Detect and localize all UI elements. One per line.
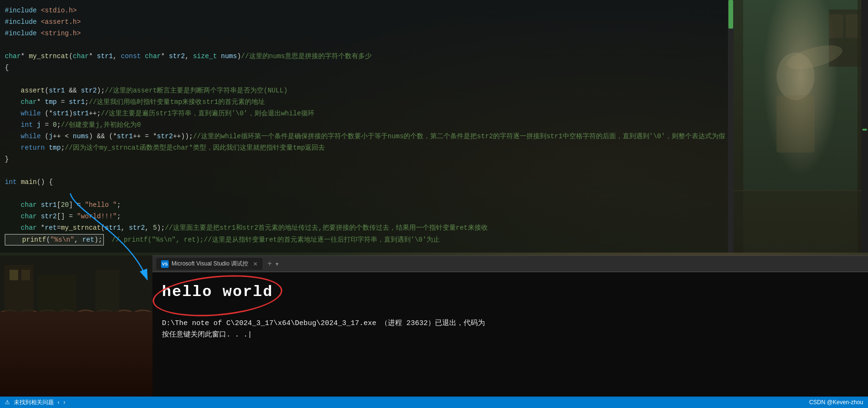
code-line-blank bbox=[0, 39, 734, 51]
error-label: 未找到相关问题 bbox=[14, 398, 54, 407]
right-panel-anime bbox=[734, 0, 868, 253]
rooftop-svg bbox=[0, 255, 152, 397]
code-line: char* my_strncat(char* str1, const char*… bbox=[0, 51, 734, 62]
code-line: { bbox=[0, 62, 734, 73]
code-line: int j = 0;//创建变量j,并初始化为0 bbox=[0, 119, 734, 131]
svg-marker-12 bbox=[0, 313, 152, 341]
nav-left-button[interactable]: ‹ bbox=[58, 399, 60, 406]
error-icon: ⚠ bbox=[5, 399, 10, 406]
terminal-add-icon[interactable]: + bbox=[267, 260, 272, 268]
svg-rect-4 bbox=[777, 95, 815, 153]
status-bar: ⚠ 未找到相关问题 ‹ › CSDN @Keven-zhou bbox=[0, 397, 868, 408]
header-file: <stdio.h> bbox=[41, 5, 77, 16]
code-line: char *ret=my_strncat(str1, str2, 5);//这里… bbox=[0, 222, 734, 234]
code-line-blank bbox=[0, 165, 734, 176]
terminal-tab[interactable]: VS Microsoft Visual Studio 调试控 ✕ bbox=[156, 258, 262, 270]
terminal-chevron-icon[interactable]: ▾ bbox=[275, 259, 280, 269]
code-editor: #include <stdio.h> #include <assert.h> #… bbox=[0, 0, 734, 253]
anime-silhouette bbox=[734, 0, 868, 253]
svg-rect-19 bbox=[95, 270, 119, 313]
code-line: return tmp;//因为这个my_strncat函数类型是char*类型，… bbox=[0, 142, 734, 153]
svg-rect-21 bbox=[21, 270, 30, 280]
terminal-content: hello world D:\The note of C\2024_3_17\x… bbox=[152, 272, 868, 348]
terminal-press-key: 按任意键关闭此窗口. . .| bbox=[162, 329, 858, 341]
code-line-printf: printf("%s\n", ret); // printf("%s\n", r… bbox=[0, 234, 734, 246]
terminal-path-output: D:\The note of C\2024_3_17\x64\Debug\202… bbox=[162, 318, 858, 329]
code-line-blank bbox=[0, 246, 734, 253]
code-line: char str1[20] = "hello "; bbox=[0, 199, 734, 211]
code-line: #include <stdio.h> bbox=[0, 5, 734, 16]
terminal-area: VS Microsoft Visual Studio 调试控 ✕ + ▾ hel… bbox=[152, 255, 868, 408]
terminal-tab-bar: VS Microsoft Visual Studio 调试控 ✕ + ▾ bbox=[152, 256, 868, 272]
status-left: ⚠ 未找到相关问题 ‹ › bbox=[5, 398, 65, 407]
code-line: char str2[] = "world!!!"; bbox=[0, 211, 734, 222]
svg-rect-18 bbox=[38, 275, 76, 313]
code-line-blank bbox=[0, 73, 734, 85]
nav-right-button[interactable]: › bbox=[63, 399, 65, 406]
svg-rect-9 bbox=[743, 191, 858, 253]
hello-world-container: hello world bbox=[162, 280, 858, 312]
code-line-main: int main() { bbox=[0, 176, 734, 188]
svg-rect-6 bbox=[734, 0, 743, 253]
printf-highlight-box: printf("%s\n", ret); bbox=[5, 234, 104, 245]
terminal-tab-actions: + ▾ bbox=[267, 259, 279, 269]
rooftop-scene bbox=[0, 255, 152, 397]
terminal-tab-label: Microsoft Visual Studio 调试控 bbox=[172, 260, 248, 268]
hello-world-output: hello world bbox=[162, 280, 273, 312]
code-line: assert(str1 && str2);//这里的assert断言主要是判断两… bbox=[0, 85, 734, 96]
code-line: #include <string.h> bbox=[0, 28, 734, 39]
scrollbar-indicator bbox=[862, 129, 867, 131]
code-line: } bbox=[0, 153, 734, 165]
status-brand: CSDN @Keven-zhou bbox=[809, 399, 863, 406]
minimap-scrollbar bbox=[861, 0, 868, 253]
code-line: #include <assert.h> bbox=[0, 16, 734, 28]
code-line: char* tmp = str1;//这里我们用临时指针变量tmp来接收str1… bbox=[0, 96, 734, 108]
terminal-favicon: VS bbox=[161, 260, 169, 268]
code-line: while (j++ < nums) && (*str1++ = *str2++… bbox=[0, 131, 734, 142]
svg-marker-13 bbox=[0, 322, 152, 397]
vertical-scrollbar[interactable] bbox=[728, 0, 734, 253]
svg-rect-20 bbox=[10, 270, 18, 280]
scrollbar-thumb[interactable] bbox=[728, 0, 733, 29]
svg-rect-1 bbox=[829, 14, 843, 38]
code-line-blank bbox=[0, 188, 734, 199]
terminal-close-button[interactable]: ✕ bbox=[253, 261, 258, 267]
include-keyword: #include bbox=[5, 5, 37, 16]
code-line: while (*str1)str1++;//这里主要是遍历str1字符串，直到遍… bbox=[0, 108, 734, 119]
